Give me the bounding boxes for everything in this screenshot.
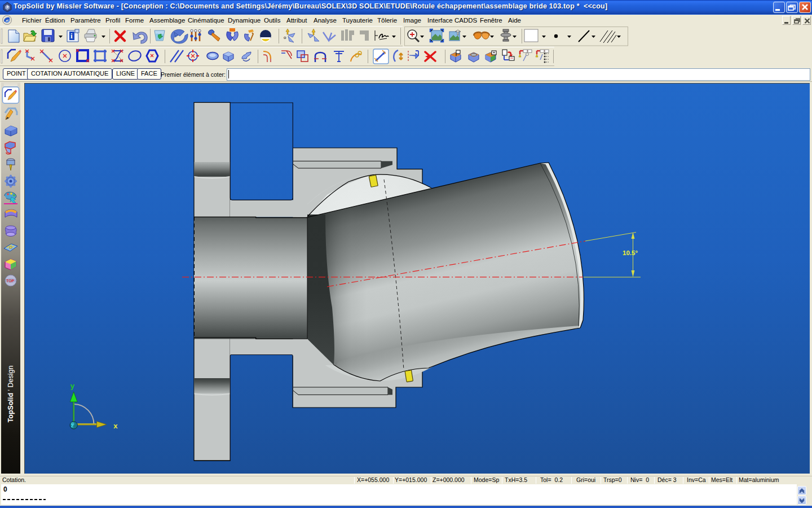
svg-text:z: z (71, 423, 74, 428)
svg-text:i: i (70, 32, 73, 40)
svg-text:y: y (70, 382, 75, 391)
svg-text:x: x (113, 422, 118, 431)
svg-text:o: o (284, 35, 286, 40)
svg-text:10.5°: 10.5° (623, 249, 638, 256)
svg-text:TOP: TOP (6, 279, 15, 283)
